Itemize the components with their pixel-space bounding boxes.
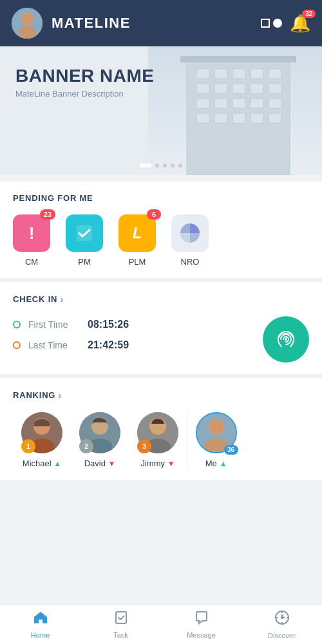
nav-item-discover[interactable]: Discover — [242, 605, 322, 645]
svg-rect-9 — [214, 69, 227, 79]
checkin-chevron: › — [60, 294, 64, 305]
banner-title: BANNER NAME — [15, 66, 155, 86]
pending-icon-nro — [171, 214, 209, 252]
nav-item-message[interactable]: Message — [161, 605, 242, 644]
svg-rect-14 — [214, 84, 227, 93]
ranking-chevron: › — [58, 390, 62, 401]
svg-rect-12 — [269, 69, 281, 79]
rank-badge-me: 36 — [224, 445, 238, 455]
fingerprint-button[interactable] — [263, 316, 309, 363]
svg-rect-17 — [269, 84, 281, 93]
nav-item-task[interactable]: Task — [80, 605, 161, 644]
header: MATELINE 🔔 32 — [0, 0, 322, 46]
banner-pagination — [140, 164, 182, 167]
banner-dot-1[interactable] — [140, 164, 151, 167]
pending-title: PENDING FOR ME — [13, 193, 309, 203]
fingerprint-icon — [274, 328, 298, 351]
rank-avatar-wrap-me: 36 — [196, 412, 237, 453]
ranking-list: 1 Michael ▲ 2 Dav — [13, 412, 309, 468]
svg-rect-20 — [232, 99, 245, 108]
pending-section: PENDING FOR ME ! 23 CM — [0, 182, 322, 278]
rank-item-jimmy[interactable]: 3 Jimmy ▼ — [129, 412, 187, 468]
bottom-nav: Home Task Message — [0, 604, 322, 644]
rank-name-jimmy: Jimmy ▼ — [140, 459, 175, 468]
svg-rect-16 — [251, 84, 263, 93]
pending-item-cm[interactable]: ! 23 CM — [13, 214, 50, 267]
first-time-value: 08:15:26 — [88, 319, 129, 330]
svg-rect-11 — [251, 69, 263, 79]
svg-point-44 — [209, 419, 223, 434]
banner-dot-4[interactable] — [171, 164, 175, 167]
nav-label-home: Home — [31, 631, 50, 639]
notification-button[interactable]: 🔔 32 — [290, 14, 310, 33]
banner-dot-5[interactable] — [178, 164, 182, 167]
task-icon — [114, 611, 128, 629]
pending-label-cm: CM — [25, 257, 38, 267]
svg-rect-15 — [232, 84, 245, 93]
svg-rect-45 — [116, 612, 126, 623]
discover-icon — [274, 610, 290, 629]
last-time-row: Last Time 21:42:59 — [13, 339, 263, 351]
header-left: MATELINE — [12, 8, 131, 39]
pending-item-pm[interactable]: PM — [66, 214, 103, 267]
checkin-section: CHECK IN › First Time 08:15:26 Last Time… — [0, 282, 322, 374]
banner: BANNER NAME MateLine Banner Description — [0, 46, 322, 175]
task-svg — [114, 611, 128, 625]
last-time-label: Last Time — [28, 340, 80, 350]
pending-badge-cm: 23 — [40, 209, 55, 220]
rank-avatar-wrap-david: 2 — [79, 412, 120, 453]
status-square — [261, 19, 270, 28]
banner-description: MateLine Banner Description — [15, 89, 155, 99]
svg-rect-13 — [196, 84, 209, 93]
rank-item-david[interactable]: 2 David ▼ — [71, 412, 129, 468]
rank-name-michael: Michael ▲ — [23, 459, 61, 468]
nav-item-home[interactable]: Home — [0, 605, 80, 644]
pending-label-plm: PLM — [129, 257, 146, 267]
rank-item-michael[interactable]: 1 Michael ▲ — [13, 412, 71, 468]
ranking-title[interactable]: RANKING › — [13, 390, 309, 401]
banner-image — [148, 46, 322, 175]
ranking-section: RANKING › 1 Michael ▲ — [0, 378, 322, 480]
svg-rect-19 — [214, 99, 227, 108]
pending-icon-cm: ! — [13, 214, 50, 252]
nav-label-message: Message — [187, 631, 216, 639]
svg-rect-25 — [232, 113, 245, 123]
svg-rect-21 — [251, 99, 263, 108]
nav-label-discover: Discover — [268, 632, 296, 639]
svg-point-2 — [19, 26, 36, 39]
rank-item-me[interactable]: 36 Me ▲ — [187, 412, 245, 468]
pending-item-nro[interactable]: NRO — [171, 214, 209, 267]
pending-icon-cm-wrap: ! 23 — [13, 214, 50, 252]
checkin-title[interactable]: CHECK IN › — [13, 294, 309, 305]
first-time-row: First Time 08:15:26 — [13, 319, 263, 330]
first-time-label: First Time — [28, 319, 80, 330]
pending-item-plm[interactable]: L 6 PLM — [118, 214, 156, 267]
svg-rect-27 — [269, 113, 281, 123]
checkin-row: First Time 08:15:26 Last Time 21:42:59 — [13, 316, 309, 363]
rank-badge-michael: 1 — [21, 439, 35, 453]
svg-rect-18 — [196, 99, 209, 108]
message-svg — [194, 611, 209, 625]
checkin-times: First Time 08:15:26 Last Time 21:42:59 — [13, 319, 263, 360]
banner-dot-2[interactable] — [155, 164, 159, 167]
last-time-dot — [13, 341, 21, 349]
svg-rect-24 — [214, 113, 227, 123]
home-icon — [33, 611, 48, 629]
rank-avatar-wrap-michael: 1 — [21, 412, 62, 453]
app-title: MATELINE — [52, 15, 131, 32]
pending-icon-pm-wrap — [66, 214, 103, 252]
discover-svg — [274, 610, 290, 625]
last-time-value: 21:42:59 — [88, 339, 129, 351]
rank-name-me: Me ▲ — [205, 459, 227, 468]
banner-dot-3[interactable] — [163, 164, 167, 167]
svg-point-31 — [285, 338, 287, 341]
svg-rect-28 — [180, 56, 296, 62]
rank-badge-david: 2 — [79, 439, 93, 453]
avatar[interactable] — [12, 8, 43, 39]
svg-point-3 — [21, 13, 33, 24]
status-icons — [261, 19, 282, 28]
rank-name-david: David ▼ — [84, 459, 116, 468]
pending-label-pm: PM — [78, 257, 91, 267]
pending-icons-list: ! 23 CM PM — [13, 214, 309, 267]
svg-rect-26 — [251, 113, 263, 123]
